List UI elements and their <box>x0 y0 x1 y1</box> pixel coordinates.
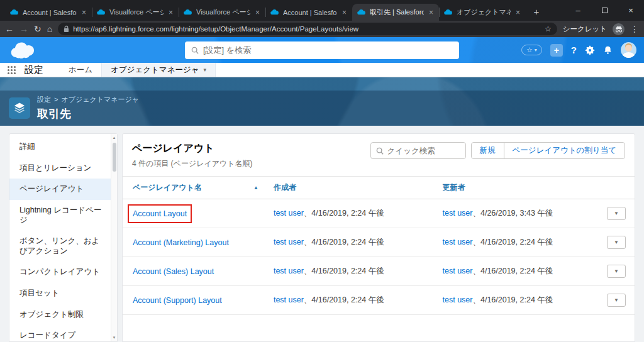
scroll-up-icon[interactable]: ▲ <box>111 134 117 141</box>
created-date: 、4/16/2019, 2:24 午後 <box>304 238 384 246</box>
close-icon[interactable]: × <box>428 8 435 17</box>
created-by-link[interactable]: test user <box>274 238 304 246</box>
sidebar-item-object-limits[interactable]: オブジェクト制限 <box>9 304 111 326</box>
column-header-created-by[interactable]: 作成者 <box>266 177 435 199</box>
new-tab-button[interactable]: + <box>528 3 545 19</box>
modified-by-link[interactable]: test user <box>443 209 473 218</box>
bookmark-star-icon[interactable]: ☆ <box>545 25 552 33</box>
forward-icon[interactable]: → <box>19 25 28 33</box>
minimize-button[interactable]: – <box>565 0 591 21</box>
home-icon[interactable]: ⌂ <box>47 25 52 33</box>
global-search-box[interactable] <box>185 41 459 59</box>
salesforce-favicon <box>9 9 19 16</box>
incognito-icon <box>613 23 625 35</box>
close-icon[interactable]: × <box>167 8 174 17</box>
quick-search-input[interactable] <box>387 146 460 155</box>
app-name: 設定 <box>25 64 43 76</box>
sidebar-item-field-sets[interactable]: 項目セット <box>9 283 111 304</box>
back-icon[interactable]: ← <box>5 25 14 33</box>
browser-tab-3[interactable]: Visualforce ページ: tes × <box>179 4 265 21</box>
page-header-text: 設定>オブジェクトマネージャ 取引先 <box>37 95 139 121</box>
browser-tab-2[interactable]: Visualforce ページ ~ S × <box>92 4 179 21</box>
modified-by-link[interactable]: test user <box>443 295 473 304</box>
column-label: ページレイアウト名 <box>133 182 202 193</box>
sidebar-item-details[interactable]: 詳細 <box>9 136 111 158</box>
sidebar-item-fields-relationships[interactable]: 項目とリレーション <box>9 158 111 179</box>
close-icon[interactable]: × <box>341 8 348 17</box>
salesforce-logo <box>8 41 36 60</box>
chevron-down-icon: ▼ <box>614 240 619 245</box>
salesforce-favicon <box>183 9 192 16</box>
nav-tab-home[interactable]: ホーム <box>60 63 101 77</box>
window-controls: – × <box>565 0 644 21</box>
nav-tab-object-manager[interactable]: オブジェクトマネージャ ▾ <box>101 63 216 77</box>
created-by-link[interactable]: test user <box>274 295 304 304</box>
sort-asc-icon: ▲ <box>253 185 258 190</box>
panel-button-group: 新規 ページレイアウトの割り当て <box>471 142 625 159</box>
lock-icon <box>64 25 69 33</box>
table-row: Account Layout test user、4/16/2019, 2:24… <box>123 199 635 228</box>
row-actions-button[interactable]: ▼ <box>607 294 626 307</box>
notifications-bell-icon[interactable] <box>603 45 613 55</box>
created-date: 、4/16/2019, 2:24 午後 <box>304 209 384 218</box>
layout-link-account-layout[interactable]: Account Layout <box>133 209 187 218</box>
created-by-link[interactable]: test user <box>274 267 304 275</box>
column-header-layout-name[interactable]: ページレイアウト名▲ <box>123 177 266 199</box>
scroll-down-icon[interactable]: ▼ <box>111 334 117 341</box>
layout-link-account-support-layout[interactable]: Account (Support) Layout <box>133 296 222 305</box>
incognito-label: シークレット <box>563 25 607 34</box>
close-icon[interactable]: × <box>80 8 87 17</box>
reload-icon[interactable]: ↻ <box>34 25 42 33</box>
row-actions-button[interactable]: ▼ <box>607 207 626 220</box>
table-row: Account (Marketing) Layout test user、4/1… <box>123 228 635 257</box>
browser-tab-active[interactable]: 取引先 | Salesforce × <box>352 4 439 21</box>
created-by-link[interactable]: test user <box>274 209 304 218</box>
new-button[interactable]: 新規 <box>471 142 504 159</box>
close-window-button[interactable]: × <box>618 0 644 21</box>
scrollbar-thumb[interactable] <box>113 143 116 172</box>
layout-link-account-sales-layout[interactable]: Account (Sales) Layout <box>133 267 214 276</box>
favorites-button[interactable]: ☆ ▾ <box>521 45 542 55</box>
breadcrumb-setup-link[interactable]: 設定 <box>37 96 51 103</box>
browser-tab-4[interactable]: Account | Salesforce × <box>265 4 352 21</box>
address-bar[interactable]: https://ap6.lightning.force.com/lightnin… <box>58 23 557 35</box>
tab-title: オブジェクトマネージャ | S <box>457 8 511 17</box>
breadcrumb-object-manager-link[interactable]: オブジェクトマネージャ <box>61 96 139 103</box>
maximize-button[interactable] <box>591 0 618 21</box>
browser-menu-icon[interactable]: ⋮ <box>630 25 639 33</box>
modified-by-link[interactable]: test user <box>443 267 473 275</box>
app-launcher-icon[interactable] <box>8 66 16 74</box>
close-icon[interactable]: × <box>254 8 261 17</box>
row-actions-button[interactable]: ▼ <box>607 236 626 249</box>
close-icon[interactable]: × <box>514 8 521 17</box>
global-search-input[interactable] <box>203 45 453 55</box>
created-date: 、4/16/2019, 2:24 午後 <box>304 295 384 304</box>
sidebar-item-compact-layouts[interactable]: コンパクトレイアウト <box>9 262 111 283</box>
page-layout-assignment-button[interactable]: ページレイアウトの割り当て <box>504 142 625 159</box>
layout-link-account-marketing-layout[interactable]: Account (Marketing) Layout <box>133 238 229 247</box>
page-header-banner: 設定>オブジェクトマネージャ 取引先 <box>0 77 644 126</box>
sidebar-item-buttons-links-actions[interactable]: ボタン、リンク、およびアクション <box>9 231 111 262</box>
row-actions-button[interactable]: ▼ <box>607 265 626 278</box>
chevron-down-icon: ▼ <box>614 211 619 216</box>
table-row: Account (Sales) Layout test user、4/16/20… <box>123 257 635 286</box>
sidebar-item-lightning-record-pages[interactable]: Lightning レコードページ <box>9 200 111 231</box>
sidebar-scrollbar[interactable]: ▲ ▼ <box>111 134 117 341</box>
page-title: 取引先 <box>37 106 139 121</box>
browser-tab-1[interactable]: Account | Salesforce × <box>5 4 92 21</box>
created-date: 、4/16/2019, 2:24 午後 <box>304 267 384 275</box>
sidebar-item-page-layouts[interactable]: ページレイアウト <box>9 179 111 200</box>
global-create-button[interactable]: + <box>550 44 563 57</box>
object-sidebar: 詳細 項目とリレーション ページレイアウト Lightning レコードページ … <box>9 133 118 342</box>
tab-title: Visualforce ページ: tes <box>196 8 250 17</box>
avatar[interactable] <box>621 42 636 58</box>
sidebar-item-record-types[interactable]: レコードタイプ <box>9 325 111 342</box>
browser-tab-6[interactable]: オブジェクトマネージャ | S × <box>439 4 526 21</box>
breadcrumb: 設定>オブジェクトマネージャ <box>37 95 139 104</box>
setup-gear-icon[interactable] <box>585 45 595 55</box>
help-icon[interactable]: ? <box>571 45 577 55</box>
quick-search-box[interactable] <box>370 142 466 159</box>
modified-by-link[interactable]: test user <box>443 238 473 246</box>
table-row: Account (Support) Layout test user、4/16/… <box>123 286 635 315</box>
column-header-modified-by[interactable]: 更新者 <box>435 177 589 199</box>
